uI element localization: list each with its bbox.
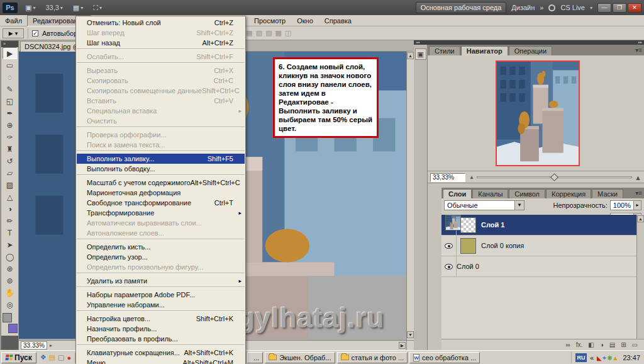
gradient-tool[interactable]: ▨: [3, 179, 17, 191]
crop-tool[interactable]: ◱: [3, 95, 17, 107]
menu-item[interactable]: Определить кисть...: [77, 242, 245, 252]
close-button[interactable]: ✕: [628, 3, 641, 13]
layer-thumbnail[interactable]: [460, 238, 476, 254]
quicklaunch-folder-icon[interactable]: ▤: [49, 353, 55, 361]
menu-item[interactable]: Клавиатурные сокращения... Alt+Shift+Ctr…: [77, 348, 245, 358]
link-layers-icon[interactable]: ∞: [566, 341, 570, 348]
menu-item[interactable]: Наборы параметров Adobe PDF...: [77, 290, 245, 300]
workspace-overflow-icon[interactable]: »: [540, 4, 543, 11]
zoom-out-mountains-icon[interactable]: ▲: [469, 174, 474, 180]
panel-tab[interactable]: Слои: [443, 189, 472, 198]
arrange-documents-icon[interactable]: ▣▾: [23, 3, 38, 13]
menu-item[interactable]: Вырезать Ctrl+X: [77, 65, 245, 76]
move-tool[interactable]: ▶: [3, 47, 17, 59]
clone-stamp-tool[interactable]: ♜: [3, 143, 17, 155]
navigator-zoom-slider[interactable]: ▲ ▲: [469, 174, 641, 181]
adjustment-layer-icon[interactable]: ◑: [600, 341, 604, 348]
pen-tool[interactable]: ✏: [3, 215, 17, 227]
layer-visibility-icon[interactable]: [445, 264, 453, 270]
delete-layer-icon[interactable]: ▭: [632, 341, 638, 348]
eraser-tool[interactable]: ▱: [3, 167, 17, 179]
menu-item[interactable]: Масштаб с учетом содержимого Alt+Shift+C…: [77, 178, 245, 188]
menu-item[interactable]: Шаг вперед Shift+Ctrl+Z: [77, 28, 245, 38]
foreground-color-swatch[interactable]: [3, 313, 12, 322]
zoom-slider-thumb[interactable]: [550, 173, 558, 181]
menu-item[interactable]: Настройка цветов... Shift+Ctrl+K: [77, 314, 245, 324]
menu-item[interactable]: Автоналожение слоев...: [77, 228, 245, 239]
panel-tab[interactable]: Навигатор: [461, 46, 508, 55]
menu-item[interactable]: Трансформирование: [77, 208, 245, 218]
menu-item[interactable]: Скопировать совмещенные данные Shift+Ctr…: [77, 86, 245, 96]
menu-item[interactable]: Выполнить обводку...: [77, 164, 245, 175]
status-menu-icon[interactable]: ▸: [50, 343, 52, 348]
layer-visibility-icon[interactable]: [445, 243, 453, 249]
sharpen-tool[interactable]: △: [3, 191, 17, 203]
panel-tab[interactable]: Коррекция: [546, 189, 591, 198]
mini-bridge-icon[interactable]: ▣: [415, 48, 426, 60]
blend-mode-caret-icon[interactable]: ▼: [514, 201, 524, 210]
panel-menu-icon[interactable]: ▾≡: [635, 47, 642, 54]
quicklaunch-app-icon[interactable]: ❖: [40, 353, 47, 361]
status-zoom-field[interactable]: 33.33%: [21, 341, 47, 350]
layer-group-icon[interactable]: ▤: [609, 341, 615, 348]
taskbar-task-button[interactable]: W сео обработка ...: [409, 352, 480, 363]
menu-item[interactable]: Определить произвольную фигуру...: [77, 262, 245, 273]
quicklaunch-page-icon[interactable]: ▢: [58, 353, 64, 361]
language-indicator[interactable]: RU: [575, 353, 587, 362]
panel-menu-icon[interactable]: ▾≡: [635, 190, 642, 196]
panel-tab[interactable]: Стили: [429, 46, 460, 55]
background-color-swatch[interactable]: [8, 324, 18, 333]
menu-item[interactable]: Отменить: Новый слой Ctrl+Z: [77, 18, 245, 28]
menu-bar-item[interactable]: Окно: [291, 16, 319, 26]
zoom-tool[interactable]: ◎: [3, 299, 17, 310]
history-brush-tool[interactable]: ↺: [3, 155, 17, 167]
dock-collapse-left-icon[interactable]: ◂◂: [416, 40, 419, 45]
eyedropper-tool[interactable]: ✒: [3, 107, 17, 119]
add-layer-mask-icon[interactable]: ◧: [588, 341, 594, 348]
current-tool-button[interactable]: ▶▾: [3, 28, 24, 38]
view-extras-icon[interactable]: ▦▾: [70, 3, 86, 13]
scroll-down-icon[interactable]: ▼: [407, 331, 414, 338]
layer-row[interactable]: Слой 1: [441, 215, 636, 236]
taskbar-task-button[interactable]: ...: [247, 352, 263, 363]
rectangular-marquee-tool[interactable]: ▭: [3, 59, 17, 71]
start-button[interactable]: Пуск: [1, 352, 36, 363]
dock-collapse-right-icon[interactable]: ▸▸: [638, 40, 642, 45]
menu-item[interactable]: Очистить: [77, 116, 245, 127]
layer-effects-icon[interactable]: fx.: [576, 341, 583, 348]
menu-item[interactable]: Преобразовать в профиль...: [77, 334, 245, 345]
zoom-level-control[interactable]: 33,3▾: [43, 3, 65, 12]
type-tool[interactable]: T: [3, 227, 17, 239]
menu-item[interactable]: Управление наборами...: [77, 300, 245, 311]
opacity-caret-icon[interactable]: ▸: [633, 201, 641, 210]
layers-scrollbar[interactable]: ▲: [636, 215, 644, 339]
panel-tab[interactable]: Символ: [509, 189, 545, 198]
workspace-button-active[interactable]: Основная рабочая среда: [416, 2, 507, 13]
tray-collapse-icon[interactable]: «: [590, 354, 594, 361]
panel-tab[interactable]: Каналы: [472, 189, 508, 198]
menu-item[interactable]: Определить узор...: [77, 252, 245, 262]
menu-item[interactable]: Выполнить заливку... Shift+F5: [77, 154, 245, 164]
menu-item[interactable]: Марионеточная деформация: [77, 188, 245, 198]
blend-mode-dropdown[interactable]: Обычные ▼: [444, 200, 525, 210]
menu-item[interactable]: Автоматически выравнивать слои...: [77, 218, 245, 228]
navigator-zoom-field[interactable]: 33,33%: [430, 173, 465, 182]
menu-item[interactable]: Ослабить... Shift+Ctrl+F: [77, 52, 245, 63]
menu-item[interactable]: Удалить из памяти: [77, 276, 245, 287]
layer-thumbnail[interactable]: [445, 215, 461, 230]
minimize-button[interactable]: —: [597, 3, 611, 13]
menu-item[interactable]: Поиск и замена текста...: [77, 140, 245, 151]
screen-mode-icon[interactable]: ⛶▾: [91, 3, 104, 13]
menu-item[interactable]: Шаг назад Alt+Ctrl+Z: [77, 38, 245, 49]
quick-selection-tool[interactable]: ✎: [3, 83, 17, 95]
menu-item[interactable]: Вставить Ctrl+V: [77, 96, 245, 106]
tray-icon-green[interactable]: ❋: [607, 355, 612, 361]
zoom-in-mountains-icon[interactable]: ▲: [635, 174, 641, 181]
tray-icon-warning[interactable]: ▲: [613, 355, 619, 361]
3d-rotate-tool[interactable]: ⊛: [3, 263, 17, 275]
taskbar-task-button[interactable]: статья и фото ...: [337, 352, 408, 363]
menu-bar-item[interactable]: Справка: [319, 16, 357, 26]
dock-collapse-bar[interactable]: ◂◂ ▸▸: [414, 40, 644, 45]
ellipse-tool[interactable]: ◯: [3, 251, 17, 263]
menu-bar-item[interactable]: Просмотр: [248, 16, 291, 26]
